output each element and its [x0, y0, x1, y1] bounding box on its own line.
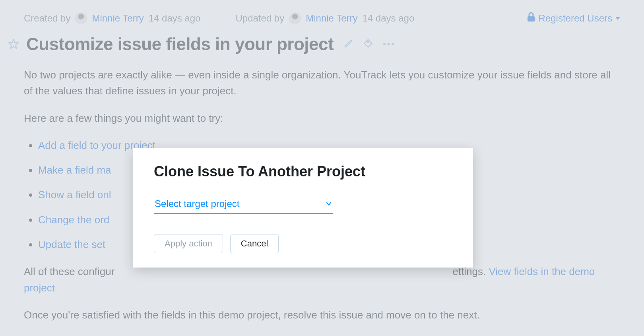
- cancel-button[interactable]: Cancel: [230, 234, 279, 253]
- clone-issue-dialog: Clone Issue To Another Project Select ta…: [133, 148, 473, 268]
- apply-action-button: Apply action: [154, 234, 223, 253]
- select-placeholder: Select target project: [155, 198, 239, 209]
- target-project-select[interactable]: Select target project: [154, 197, 333, 214]
- dialog-title: Clone Issue To Another Project: [154, 163, 452, 180]
- chevron-down-icon: [326, 198, 332, 209]
